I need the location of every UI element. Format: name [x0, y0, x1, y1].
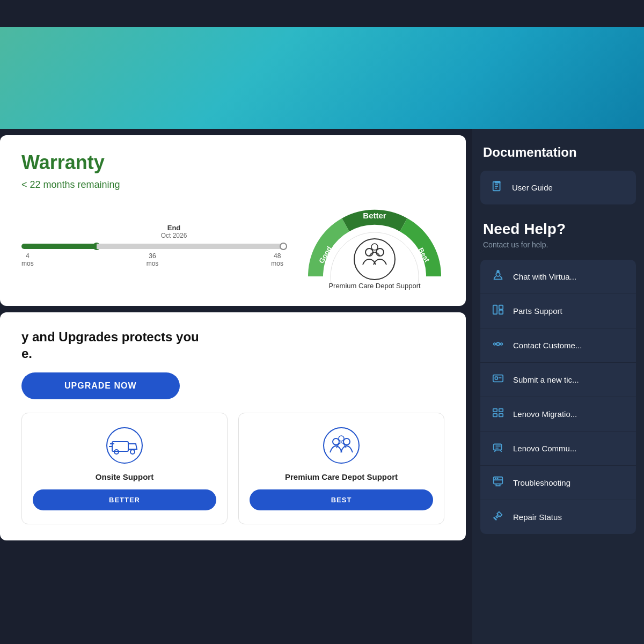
timeline-marker-1: 4 mos: [21, 252, 34, 267]
svg-rect-26: [493, 305, 497, 314]
warranty-card: Warranty < 22 months remaining End Oct 2…: [0, 135, 466, 306]
svg-rect-28: [499, 310, 503, 314]
right-sidebar: Documentation User Guide Need Help? Con: [472, 129, 644, 644]
svg-point-11: [130, 450, 135, 454]
lenovo-community-item[interactable]: Lenovo Commu...: [480, 431, 636, 466]
onsite-support-icon: [106, 427, 143, 464]
community-icon: [491, 441, 505, 456]
svg-rect-40: [499, 414, 503, 417]
svg-point-29: [496, 342, 500, 346]
svg-rect-22: [495, 181, 500, 183]
upgrade-text: y and Upgrades protects youe.: [21, 328, 444, 362]
svg-point-31: [501, 343, 503, 345]
submit-ticket-label: Submit a new tic...: [513, 375, 579, 384]
warranty-body: End Oct 2026 4 mos: [21, 201, 444, 290]
lenovo-migration-item[interactable]: Lenovo Migratio...: [480, 397, 636, 431]
parts-support-item[interactable]: Parts Support: [480, 294, 636, 328]
onsite-support-card: Onsite Support BETTER: [21, 413, 228, 524]
chat-icon: [491, 269, 505, 284]
need-help-section: Need Help? Contact us for help.: [472, 215, 644, 260]
svg-rect-27: [499, 305, 503, 309]
onsite-support-button[interactable]: BETTER: [33, 489, 216, 510]
svg-rect-35: [495, 377, 498, 379]
svg-rect-38: [493, 414, 497, 417]
warranty-timeline: End Oct 2026 4 mos: [21, 224, 283, 267]
user-guide-label: User Guide: [512, 183, 553, 192]
svg-rect-9: [112, 442, 128, 451]
svg-rect-39: [499, 409, 503, 412]
repair-icon: [491, 510, 505, 524]
timeline-markers: 4 mos 36 mos 48 mos: [21, 252, 283, 267]
documentation-card: User Guide: [480, 171, 636, 204]
svg-point-15: [333, 438, 339, 445]
contact-customer-label: Contact Custome...: [513, 341, 582, 350]
timeline-marker-3: 48 mos: [271, 252, 283, 267]
parts-support-label: Parts Support: [513, 306, 562, 316]
left-content: Warranty < 22 months remaining End Oct 2…: [0, 129, 472, 644]
lenovo-migration-label: Lenovo Migratio...: [513, 409, 577, 419]
timeline-end-label: End: [64, 224, 283, 232]
svg-point-30: [494, 343, 496, 345]
svg-point-0: [331, 232, 419, 287]
gauge-label: Premium Care Depot Support: [328, 282, 420, 290]
svg-rect-41: [494, 444, 502, 450]
timeline-marker-2: 36 mos: [147, 252, 159, 267]
troubleshooting-item[interactable]: Troubleshooting: [480, 466, 636, 500]
premium-care-card: Premium Care Depot Support BEST: [238, 413, 444, 524]
premium-care-name: Premium Care Depot Support: [285, 472, 398, 481]
main-layout: Warranty < 22 months remaining End Oct 2…: [0, 129, 644, 644]
svg-text:Better: Better: [363, 211, 386, 220]
timeline-date-label: Oct 2026: [64, 232, 283, 239]
submit-ticket-item[interactable]: Submit a new tic...: [480, 363, 636, 397]
timeline-track: [21, 244, 283, 249]
ticket-icon: [491, 372, 505, 387]
contact-icon: [491, 338, 505, 353]
book-icon: [491, 180, 504, 195]
migration-icon: [491, 407, 505, 421]
warranty-title: Warranty: [21, 151, 444, 174]
repair-status-label: Repair Status: [513, 513, 562, 522]
top-bar: [0, 0, 644, 27]
chat-virtual-label: Chat with Virtua...: [513, 272, 576, 281]
documentation-title: Documentation: [472, 140, 644, 168]
contact-customer-item[interactable]: Contact Custome...: [480, 328, 636, 363]
need-help-title: Need Help?: [483, 221, 633, 238]
parts-icon: [491, 304, 505, 318]
gauge-container: Better Good Best: [305, 201, 444, 290]
troubleshoot-icon: [491, 475, 505, 490]
premium-care-icon: [323, 427, 360, 464]
chat-virtual-item[interactable]: Chat with Virtua...: [480, 260, 636, 294]
timeline-empty: [97, 244, 283, 249]
premium-care-button[interactable]: BEST: [250, 489, 433, 510]
troubleshooting-label: Troubleshooting: [513, 478, 570, 487]
upgrade-section: y and Upgrades protects youe. UPGRADE NO…: [0, 312, 466, 540]
help-items-card: Chat with Virtua... Parts Support: [480, 260, 636, 534]
hero-banner: [0, 27, 644, 129]
warranty-remaining: < 22 months remaining: [21, 179, 444, 191]
svg-rect-37: [493, 409, 497, 412]
support-options: Onsite Support BETTER Prem: [21, 413, 444, 524]
timeline-filled: [21, 244, 97, 249]
timeline-label: End Oct 2026: [64, 224, 283, 239]
svg-point-24: [497, 270, 499, 273]
onsite-support-name: Onsite Support: [96, 472, 153, 481]
svg-point-14: [324, 428, 359, 463]
user-guide-item[interactable]: User Guide: [480, 171, 636, 204]
timeline-dot-end: [280, 243, 287, 250]
need-help-subtitle: Contact us for help.: [483, 240, 633, 249]
repair-status-item[interactable]: Repair Status: [480, 500, 636, 534]
gauge-svg: Better Good Best: [305, 201, 444, 287]
upgrade-now-button[interactable]: UPGRADE NOW: [21, 372, 180, 399]
svg-point-16: [343, 438, 350, 445]
lenovo-community-label: Lenovo Commu...: [513, 444, 576, 453]
svg-point-17: [339, 436, 344, 441]
